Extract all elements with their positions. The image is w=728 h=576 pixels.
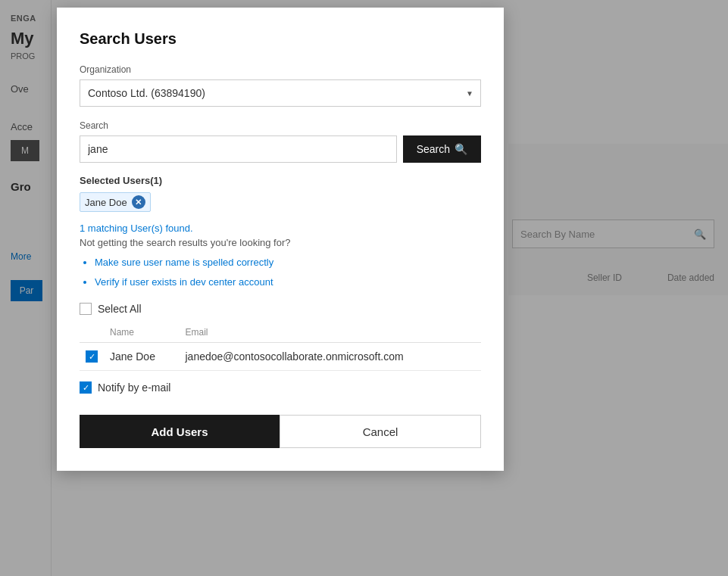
table-header-email: Email xyxy=(179,322,481,343)
tips-list: Make sure user name is spelled correctly… xyxy=(80,256,481,289)
notify-label: Notify by e-mail xyxy=(98,381,170,394)
tip-1: Make sure user name is spelled correctly xyxy=(95,256,481,269)
search-row: Search 🔍 xyxy=(80,135,481,163)
table-header-name: Name xyxy=(104,322,179,343)
org-select[interactable]: Contoso Ltd. (63894190) xyxy=(80,79,481,107)
row-name: Jane Doe xyxy=(104,343,179,371)
dialog-title: Search Users xyxy=(80,30,481,48)
results-count: 1 matching User(s) found. xyxy=(80,223,193,234)
tip-2: Verify if user exists in dev center acco… xyxy=(95,276,481,289)
table-header-checkbox xyxy=(80,322,104,343)
cancel-button[interactable]: Cancel xyxy=(280,415,481,448)
search-input[interactable] xyxy=(80,135,397,163)
selected-tag-name: Jane Doe xyxy=(85,197,127,208)
select-all-checkbox[interactable] xyxy=(80,303,92,315)
org-label: Organization xyxy=(80,64,481,75)
selected-users-label: Selected Users(1) xyxy=(80,175,481,186)
users-table: Name Email ✓Jane Doejanedoe@contosocolla… xyxy=(80,322,481,371)
search-label: Search xyxy=(80,120,481,131)
action-buttons: Add Users Cancel xyxy=(80,415,481,448)
notify-checkbox[interactable]: ✓ xyxy=(80,381,92,394)
row-email: janedoe@contosocollaborate.onmicrosoft.c… xyxy=(179,343,481,371)
org-select-wrapper[interactable]: Contoso Ltd. (63894190) xyxy=(80,79,481,107)
search-button-label: Search xyxy=(417,143,450,155)
search-button-icon: 🔍 xyxy=(455,143,467,155)
notify-row[interactable]: ✓ Notify by e-mail xyxy=(80,381,481,394)
table-header-row: Name Email xyxy=(80,322,481,343)
results-found: 1 matching User(s) found. xyxy=(80,223,481,234)
select-all-row[interactable]: Select All xyxy=(80,303,481,315)
selected-user-tag: Jane Doe ✕ xyxy=(80,192,151,212)
remove-tag-button[interactable]: ✕ xyxy=(132,195,145,209)
search-button[interactable]: Search 🔍 xyxy=(403,135,481,163)
add-users-button[interactable]: Add Users xyxy=(80,415,280,448)
results-tip: Not getting the search results you're lo… xyxy=(80,237,481,248)
search-users-dialog: Search Users Organization Contoso Ltd. (… xyxy=(57,8,504,471)
table-row: ✓Jane Doejanedoe@contosocollaborate.onmi… xyxy=(80,343,481,371)
row-checkbox[interactable]: ✓ xyxy=(86,350,98,363)
select-all-label: Select All xyxy=(98,303,142,315)
